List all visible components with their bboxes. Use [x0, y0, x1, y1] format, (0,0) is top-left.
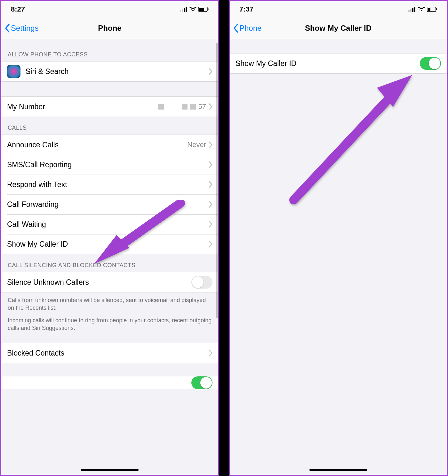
- silence-toggle[interactable]: [191, 276, 212, 289]
- row-partial[interactable]: [1, 376, 218, 389]
- my-number-value: 57: [158, 103, 206, 111]
- redacted-block: [158, 104, 164, 110]
- row-label: Siri & Search: [26, 67, 209, 76]
- back-label: Phone: [239, 24, 261, 33]
- svg-rect-15: [436, 8, 437, 10]
- status-time: 8:27: [11, 5, 25, 13]
- row-label: My Number: [7, 103, 158, 111]
- caller-id-toggle[interactable]: [420, 57, 441, 70]
- svg-rect-5: [199, 8, 204, 11]
- section-header-silencing: CALL SILENCING AND BLOCKED CONTACTS: [1, 254, 218, 272]
- chevron-right-icon: [209, 221, 212, 228]
- row-silence-unknown[interactable]: Silence Unknown Callers: [1, 272, 218, 292]
- annotation-arrow-right: [284, 72, 419, 208]
- status-icons: [408, 7, 437, 12]
- chevron-right-icon: [209, 241, 212, 248]
- home-indicator: [309, 469, 367, 471]
- scrollbar[interactable]: [216, 43, 218, 318]
- status-time: 7:37: [239, 5, 253, 13]
- row-label: Call Forwarding: [7, 200, 209, 209]
- row-label: Announce Calls: [7, 141, 187, 149]
- home-indicator: [81, 469, 139, 471]
- redacted-block: [182, 104, 188, 110]
- svg-rect-0: [180, 10, 181, 12]
- chevron-left-icon: [4, 24, 10, 33]
- svg-rect-9: [408, 10, 410, 12]
- row-show-caller-id[interactable]: Show My Caller ID: [230, 53, 447, 73]
- chevron-right-icon: [209, 68, 212, 75]
- chevron-right-icon: [209, 349, 212, 357]
- row-label: Show My Caller ID: [236, 59, 420, 68]
- chevron-right-icon: [209, 161, 212, 168]
- silence-desc-2: Incoming calls will continue to ring fro…: [1, 315, 218, 335]
- svg-marker-17: [377, 75, 412, 107]
- row-my-number[interactable]: My Number 57: [1, 97, 218, 117]
- svg-rect-3: [186, 7, 187, 12]
- my-number-suffix: 57: [198, 103, 206, 111]
- signal-icon: [408, 7, 416, 12]
- battery-icon: [198, 7, 209, 12]
- back-label: Settings: [11, 24, 39, 33]
- chevron-right-icon: [209, 201, 212, 208]
- wifi-icon: [418, 7, 425, 12]
- redacted-block: [190, 104, 196, 110]
- screenshot-divider: [219, 0, 229, 476]
- status-icons: [180, 7, 209, 12]
- signal-icon: [180, 7, 188, 12]
- status-bar: 8:27: [1, 1, 218, 17]
- chevron-right-icon: [209, 141, 212, 148]
- row-label: SMS/Call Reporting: [7, 160, 209, 169]
- chevron-right-icon: [209, 181, 212, 188]
- status-bar: 7:37: [230, 1, 447, 17]
- back-button[interactable]: Phone: [233, 24, 261, 33]
- wifi-icon: [189, 7, 196, 12]
- nav-header: Settings Phone: [1, 17, 218, 39]
- svg-rect-12: [414, 7, 415, 12]
- section-header-access: ALLOW PHONE TO ACCESS: [1, 39, 218, 61]
- chevron-left-icon: [233, 24, 239, 33]
- row-show-caller-id[interactable]: Show My Caller ID: [1, 234, 218, 254]
- siri-icon: [7, 65, 20, 78]
- battery-icon: [427, 7, 437, 12]
- svg-rect-6: [208, 8, 209, 10]
- svg-rect-11: [412, 8, 413, 12]
- phone-settings-screen: 8:27 Settings Phone ALLOW PHONE TO ACCES…: [0, 0, 219, 476]
- section-header-calls: CALLS: [1, 117, 218, 135]
- back-button[interactable]: Settings: [4, 24, 39, 33]
- row-call-waiting[interactable]: Call Waiting: [1, 214, 218, 234]
- row-blocked-contacts[interactable]: Blocked Contacts: [1, 343, 218, 363]
- nav-title: Show My Caller ID: [230, 24, 447, 33]
- svg-rect-14: [428, 8, 430, 11]
- row-label: Silence Unknown Callers: [7, 278, 191, 287]
- caller-id-screen: 7:37 Phone Show My Caller ID Show My Cal…: [229, 0, 448, 476]
- svg-line-16: [294, 94, 393, 200]
- row-announce-calls[interactable]: Announce Calls Never: [1, 135, 218, 155]
- row-call-forwarding[interactable]: Call Forwarding: [1, 194, 218, 214]
- partial-toggle[interactable]: [191, 376, 212, 389]
- svg-rect-2: [184, 8, 185, 12]
- row-label: Blocked Contacts: [7, 349, 209, 357]
- row-label: Respond with Text: [7, 180, 209, 189]
- row-label: Show My Caller ID: [7, 240, 209, 249]
- row-label: Call Waiting: [7, 220, 209, 229]
- nav-header: Phone Show My Caller ID: [230, 17, 447, 39]
- row-respond-text[interactable]: Respond with Text: [1, 175, 218, 194]
- row-sms-reporting[interactable]: SMS/Call Reporting: [1, 155, 218, 175]
- silence-desc-1: Calls from unknown numbers will be silen…: [1, 292, 218, 315]
- row-siri-search[interactable]: Siri & Search: [1, 62, 218, 81]
- svg-rect-1: [182, 9, 183, 12]
- announce-value: Never: [187, 141, 206, 149]
- chevron-right-icon: [209, 103, 212, 110]
- svg-rect-10: [410, 9, 412, 12]
